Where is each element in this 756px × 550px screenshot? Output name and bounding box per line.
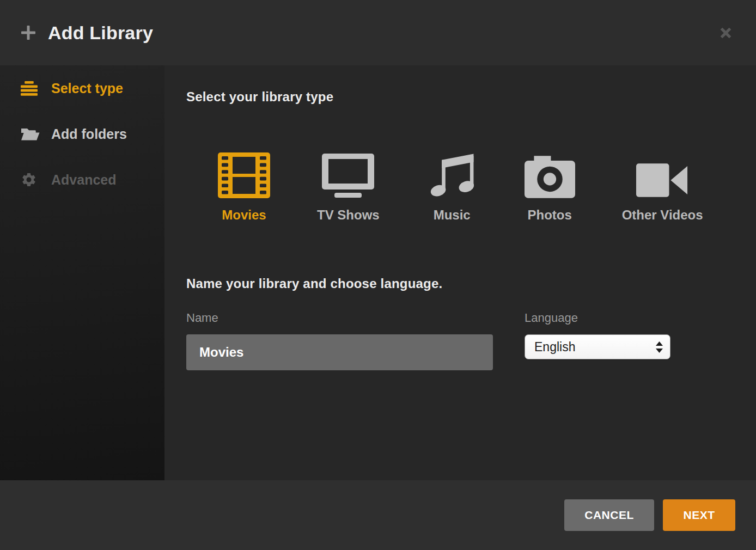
- select-type-panel: Select your library type: [164, 65, 756, 480]
- library-type-music[interactable]: Music: [426, 150, 478, 223]
- library-type-photos[interactable]: Photos: [525, 150, 575, 223]
- add-library-dialog: Add Library Select type: [0, 0, 756, 550]
- sidebar-item-label: Select type: [51, 81, 123, 96]
- sidebar-item-label: Advanced: [51, 172, 116, 188]
- list-lines-icon: [21, 81, 41, 96]
- name-field-label: Name: [186, 311, 493, 325]
- close-icon[interactable]: [715, 22, 736, 44]
- camera-icon: [525, 150, 575, 198]
- cancel-button[interactable]: CANCEL: [564, 499, 654, 531]
- dialog-header: Add Library: [0, 0, 756, 65]
- library-type-heading: Select your library type: [186, 89, 734, 105]
- tv-icon: [321, 150, 375, 198]
- library-type-movies[interactable]: Movies: [218, 150, 270, 223]
- library-type-tv-shows[interactable]: TV Shows: [317, 150, 380, 223]
- sidebar-item-select-type[interactable]: Select type: [0, 65, 164, 111]
- library-type-label: Photos: [528, 207, 572, 223]
- plus-icon: [20, 24, 37, 41]
- library-type-label: TV Shows: [317, 207, 380, 223]
- gear-icon: [21, 172, 41, 188]
- library-name-input[interactable]: [186, 334, 493, 370]
- folder-open-icon: [21, 127, 41, 142]
- dialog-footer: CANCEL NEXT: [0, 480, 756, 550]
- updown-arrows-icon: [656, 341, 663, 353]
- music-note-icon: [426, 150, 478, 198]
- library-type-other-videos[interactable]: Other Videos: [622, 150, 703, 223]
- library-type-row: Movies TV Shows: [218, 150, 734, 223]
- name-language-row: Name Language English: [186, 311, 734, 370]
- video-camera-icon: [636, 150, 688, 198]
- name-language-heading: Name your library and choose language.: [186, 276, 734, 291]
- language-field-label: Language: [525, 311, 670, 325]
- wizard-steps-sidebar: Select type Add folders Advanced: [0, 65, 164, 480]
- filmstrip-icon: [218, 150, 270, 198]
- library-type-label: Other Videos: [622, 207, 703, 223]
- library-type-label: Movies: [222, 207, 266, 223]
- sidebar-item-label: Add folders: [51, 126, 127, 142]
- sidebar-item-advanced: Advanced: [0, 157, 164, 203]
- next-button[interactable]: NEXT: [663, 499, 735, 531]
- dialog-title: Add Library: [48, 22, 153, 44]
- language-select-value: English: [534, 340, 575, 355]
- library-type-label: Music: [434, 207, 471, 223]
- language-select[interactable]: English: [525, 334, 670, 359]
- sidebar-item-add-folders[interactable]: Add folders: [0, 111, 164, 157]
